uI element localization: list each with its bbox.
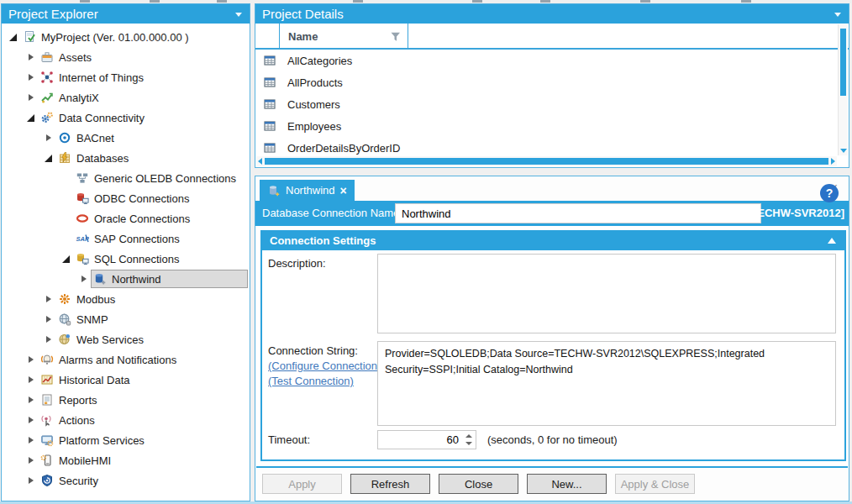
- expander-collapsed-icon[interactable]: [77, 272, 91, 286]
- apply-button[interactable]: Apply: [262, 474, 342, 494]
- new-button[interactable]: New...: [527, 474, 607, 494]
- tree-item-alarms-and-notifications[interactable]: Alarms and Notifications: [2, 349, 250, 370]
- tree-item-myproject-ver-01-00-000-00[interactable]: MyProject (Ver. 01.00.000.00 ): [2, 27, 250, 47]
- expander-collapsed-icon[interactable]: [24, 474, 38, 487]
- table-row-allproducts[interactable]: AllProducts: [255, 71, 837, 93]
- web-services-icon: [58, 333, 71, 346]
- configure-connection-link[interactable]: (Configure Connection): [268, 360, 381, 372]
- column-header-name[interactable]: Name: [280, 24, 408, 50]
- connection-settings-header[interactable]: Connection Settings: [262, 232, 844, 250]
- expander-expanded-icon[interactable]: [42, 151, 55, 165]
- tree-item-label: Oracle Connections: [94, 213, 190, 225]
- spinner-up-icon[interactable]: [465, 434, 472, 438]
- tree-item-sap-connections[interactable]: SAPSAP Connections: [2, 228, 250, 249]
- table-row-allcategories[interactable]: AllCategories: [255, 50, 837, 71]
- tree-item-assets[interactable]: Assets: [2, 47, 250, 67]
- tree-item-platform-services[interactable]: Platform Services: [2, 430, 250, 450]
- expander-collapsed-icon[interactable]: [24, 71, 38, 84]
- horizontal-scrollbar-thumb[interactable]: [265, 158, 828, 165]
- help-button[interactable]: ?: [820, 184, 839, 202]
- tree-item-security[interactable]: Security: [2, 470, 250, 491]
- assets-icon: [40, 50, 54, 64]
- spinner-down-icon[interactable]: [465, 442, 472, 445]
- expander-collapsed-icon[interactable]: [24, 413, 38, 427]
- tree-item-bacnet[interactable]: BACnet: [2, 128, 250, 148]
- table-row-customers[interactable]: Customers: [255, 93, 837, 115]
- databases-icon: [58, 151, 71, 165]
- tree-item-body: ODBC Connections: [73, 189, 194, 207]
- horizontal-scrollbar[interactable]: [256, 156, 837, 166]
- tree-item-web-services[interactable]: Web Services: [2, 329, 250, 349]
- project-details-header: Project Details: [255, 4, 849, 24]
- tree-item-body: Historical Data: [38, 370, 135, 389]
- tree-item-historical-data[interactable]: Historical Data: [2, 370, 250, 390]
- tree-item-label: Historical Data: [59, 374, 130, 386]
- expander-collapsed-icon[interactable]: [42, 333, 55, 346]
- tree-item-sql-connections[interactable]: SQL Connections: [2, 249, 250, 269]
- data-connectivity-icon: [40, 111, 54, 124]
- expander-collapsed-icon[interactable]: [42, 131, 55, 144]
- database-icon: [267, 184, 281, 197]
- expander-collapsed-icon[interactable]: [24, 433, 38, 447]
- tree-item-modbus[interactable]: Modbus: [2, 289, 250, 309]
- connection-string-textarea[interactable]: Provider=SQLOLEDB;Data Source=TECHW-SVR2…: [377, 341, 836, 426]
- expander-collapsed-icon[interactable]: [24, 50, 38, 64]
- tree-item-internet-of-things[interactable]: Internet of Things: [2, 67, 250, 87]
- refresh-button[interactable]: Refresh: [350, 474, 430, 494]
- expander-collapsed-icon[interactable]: [42, 312, 55, 326]
- close-button[interactable]: Close: [439, 474, 518, 494]
- filter-icon[interactable]: [391, 32, 401, 42]
- scroll-down-icon[interactable]: [840, 149, 847, 153]
- expander-collapsed-icon[interactable]: [24, 91, 38, 104]
- timeout-input[interactable]: [378, 431, 476, 449]
- collapse-icon[interactable]: [828, 238, 836, 244]
- chevron-down-icon[interactable]: [235, 13, 242, 17]
- bacnet-icon: [58, 131, 71, 144]
- actions-icon: [40, 413, 54, 427]
- row-name: Employees: [287, 120, 341, 133]
- vertical-scrollbar-thumb[interactable]: [840, 29, 846, 96]
- tree-item-northwind[interactable]: Northwind: [2, 269, 250, 289]
- apply-close-button[interactable]: Apply & Close: [615, 474, 695, 494]
- tab-close-icon[interactable]: ×: [340, 185, 347, 197]
- tree-item-odbc-connections[interactable]: ODBC Connections: [2, 188, 250, 208]
- tree-item-generic-oledb-connections[interactable]: Generic OLEDB Connections: [2, 168, 250, 188]
- tree-item-label: SAP Connections: [94, 233, 180, 245]
- project-explorer-header: Project Explorer: [2, 4, 250, 24]
- tree-item-data-connectivity[interactable]: Data Connectivity: [2, 108, 250, 128]
- scroll-right-icon[interactable]: [831, 158, 835, 165]
- expander-collapsed-icon[interactable]: [24, 373, 38, 386]
- scroll-left-icon[interactable]: [258, 158, 262, 165]
- table-row-employees[interactable]: Employees: [255, 115, 837, 137]
- expander-collapsed-icon[interactable]: [24, 353, 38, 366]
- expander-expanded-icon[interactable]: [7, 30, 20, 44]
- expander-collapsed-icon[interactable]: [42, 292, 55, 306]
- tree-item-actions[interactable]: Actions: [2, 410, 250, 430]
- expander-spacer: [60, 192, 73, 205]
- expander-collapsed-icon[interactable]: [24, 454, 38, 467]
- tree-item-mobilehmi[interactable]: MobileHMI: [2, 450, 250, 470]
- connection-name-input[interactable]: [395, 203, 761, 223]
- tree-item-label: Security: [59, 475, 98, 487]
- tree-item-analytix[interactable]: AnalytiX: [2, 87, 250, 108]
- tab-northwind[interactable]: Northwind ×: [260, 180, 355, 201]
- tree-item-snmp[interactable]: SNMP: [2, 309, 250, 329]
- tree-item-body: BACnet: [55, 129, 119, 147]
- chevron-down-icon[interactable]: [834, 13, 841, 17]
- tree-item-body: SQL Connections: [73, 249, 184, 268]
- project-explorer-panel: Project Explorer MyProject (Ver. 01.00.0…: [1, 3, 250, 501]
- tree-item-reports[interactable]: Reports: [2, 390, 250, 410]
- editor-content: Connection Settings Description: Connect…: [256, 226, 848, 466]
- spinner-arrows: [465, 433, 472, 447]
- expander-expanded-icon[interactable]: [60, 252, 73, 265]
- expander-expanded-icon[interactable]: [24, 111, 38, 124]
- editor-buttons-bar: ApplyRefreshCloseNew...Apply & Close: [256, 466, 848, 500]
- tree-item-oracle-connections[interactable]: Oracle Connections: [2, 208, 250, 228]
- expander-collapsed-icon[interactable]: [24, 393, 38, 407]
- server-name-badge: [TECHW-SVR2012]: [747, 201, 844, 226]
- vertical-scrollbar[interactable]: [838, 24, 848, 155]
- description-textarea[interactable]: [377, 254, 836, 333]
- tree-item-databases[interactable]: Databases: [2, 148, 250, 168]
- test-connection-link[interactable]: (Test Connection): [268, 375, 354, 387]
- expander-spacer: [60, 212, 73, 225]
